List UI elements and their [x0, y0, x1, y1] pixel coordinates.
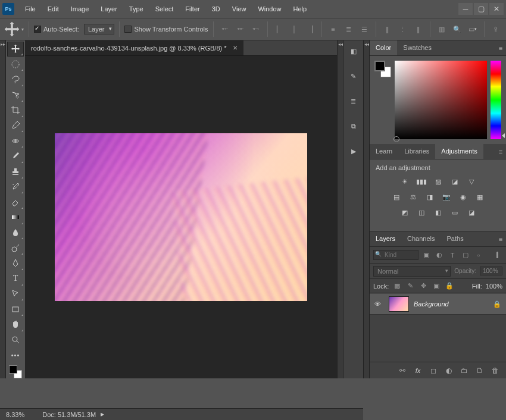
filter-smart-icon[interactable]: ▫ [473, 250, 484, 261]
align-hcenter-icon[interactable]: │ [288, 23, 301, 36]
distribute-left-icon[interactable]: ‖ [381, 23, 394, 36]
curves-icon[interactable]: ▨ [433, 176, 443, 187]
marquee-tool[interactable] [7, 57, 24, 72]
actions-panel-icon[interactable]: ▶ [348, 145, 360, 157]
distribute-top-icon[interactable]: ≡ [327, 23, 340, 36]
adjustment-layer-icon[interactable]: ◐ [444, 366, 454, 375]
tab-libraries[interactable]: Libraries [398, 144, 435, 159]
stamp-tool[interactable] [7, 164, 24, 179]
distribute-right-icon[interactable]: ‖ [412, 23, 425, 36]
color-swatches-tool[interactable] [9, 365, 22, 378]
panel-menu-icon[interactable]: ≡ [495, 40, 506, 55]
opacity-value[interactable]: 100% [480, 267, 502, 275]
panel-menu-icon[interactable]: ≡ [495, 144, 506, 159]
tab-swatches[interactable]: Swatches [397, 40, 438, 55]
group-icon[interactable]: 🗀 [460, 366, 469, 375]
history-brush-tool[interactable] [7, 180, 24, 195]
layer-filter-input[interactable] [373, 250, 418, 260]
exposure-icon[interactable]: ◪ [449, 176, 460, 187]
quick-select-tool[interactable] [7, 87, 24, 102]
search-icon[interactable]: 🔍 [451, 23, 464, 36]
threshold-icon[interactable]: ◧ [433, 207, 443, 218]
history-panel-icon[interactable]: ◧ [348, 45, 360, 57]
brush-settings-icon[interactable]: ≣ [348, 95, 360, 107]
color-panel-swatches[interactable] [374, 61, 391, 139]
gradient-tool[interactable] [7, 210, 24, 225]
share-icon[interactable]: ⇪ [489, 23, 502, 36]
menu-file[interactable]: File [19, 2, 42, 16]
zoom-tool[interactable] [7, 333, 24, 347]
posterize-icon[interactable]: ◫ [416, 207, 427, 218]
canvas-viewport[interactable] [25, 56, 337, 378]
hue-slider[interactable] [491, 61, 501, 139]
mid-dock-collapse[interactable]: ◂◂ [337, 40, 343, 378]
link-layers-icon[interactable]: ⚯ [398, 366, 407, 375]
path-select-tool[interactable] [7, 287, 24, 302]
filter-pixel-icon[interactable]: ▣ [421, 250, 432, 261]
lock-artboard-icon[interactable]: ▣ [432, 281, 441, 291]
zoom-level[interactable]: 8.33% [6, 411, 24, 418]
brush-panel-icon[interactable]: ✎ [348, 70, 360, 82]
rectangle-tool[interactable] [7, 302, 24, 316]
menu-layer[interactable]: Layer [95, 2, 123, 16]
menu-3d[interactable]: 3D [206, 2, 226, 16]
filter-type-icon[interactable]: T [447, 250, 458, 261]
black-white-icon[interactable]: ◨ [424, 192, 435, 202]
left-dock-collapse[interactable]: ▸▸ [0, 40, 6, 378]
align-top-icon[interactable]: ⬴ [218, 23, 232, 36]
fill-value[interactable]: 100% [486, 283, 502, 290]
align-vcenter-icon[interactable]: ⬵ [234, 23, 247, 36]
visibility-toggle-icon[interactable]: 👁 [374, 300, 384, 308]
filter-toggle-icon[interactable]: ⏽ [492, 250, 502, 261]
align-left-icon[interactable]: ▏ [273, 23, 286, 36]
panel-menu-icon[interactable]: ≡ [495, 231, 506, 246]
vibrance-icon[interactable]: ▽ [466, 176, 477, 187]
hue-slider-thumb[interactable] [502, 133, 505, 138]
lasso-tool[interactable] [7, 72, 24, 87]
menu-window[interactable]: Window [252, 2, 287, 16]
right-dock-collapse[interactable]: ◂◂ [363, 40, 369, 378]
show-transform-checkbox[interactable]: Show Transform Controls [124, 26, 208, 33]
color-balance-icon[interactable]: ⚖ [408, 192, 418, 202]
gradient-map-icon[interactable]: ▭ [449, 207, 460, 218]
selective-color-icon[interactable]: ◪ [466, 207, 477, 218]
heal-tool[interactable] [7, 133, 24, 148]
3d-mode-icon[interactable]: ▥ [435, 23, 448, 36]
tab-adjustments[interactable]: Adjustments [435, 144, 483, 159]
layer-style-icon[interactable]: fx [413, 366, 423, 375]
blur-tool[interactable] [7, 225, 24, 240]
doc-size[interactable]: Doc: 51.3M/51.3M [42, 411, 96, 418]
dodge-tool[interactable] [7, 240, 24, 255]
menu-edit[interactable]: Edit [42, 2, 65, 16]
layer-thumbnail[interactable] [389, 296, 409, 312]
brightness-contrast-icon[interactable]: ☀ [399, 176, 410, 187]
delete-layer-icon[interactable]: 🗑 [491, 366, 500, 375]
tab-learn[interactable]: Learn [370, 144, 398, 159]
channel-mixer-icon[interactable]: ◉ [458, 192, 468, 202]
menu-filter[interactable]: Filter [179, 2, 205, 16]
layer-lock-icon[interactable]: 🔒 [493, 300, 501, 308]
align-right-icon[interactable]: ▕ [304, 23, 317, 36]
menu-view[interactable]: View [226, 2, 252, 16]
move-tool[interactable] [7, 42, 24, 57]
foreground-color-swatch[interactable] [9, 365, 17, 374]
menu-type[interactable]: Type [123, 2, 149, 16]
blend-mode-select[interactable]: Normal [373, 266, 451, 277]
brush-tool[interactable] [7, 149, 24, 164]
close-tab-icon[interactable]: ✕ [233, 45, 238, 51]
color-field[interactable] [395, 61, 487, 139]
fg-color-swatch[interactable] [374, 61, 385, 71]
lock-position-icon[interactable]: ✥ [418, 281, 428, 291]
invert-icon[interactable]: ◩ [399, 207, 410, 218]
distribute-bottom-icon[interactable]: ☰ [358, 23, 371, 36]
filter-shape-icon[interactable]: ▢ [460, 250, 471, 261]
distribute-vcenter-icon[interactable]: ≣ [342, 23, 355, 36]
current-tool-icon[interactable]: ▾ [4, 21, 24, 37]
eyedropper-tool[interactable] [7, 118, 24, 133]
tab-channels[interactable]: Channels [401, 231, 441, 246]
window-close-button[interactable]: ✕ [489, 3, 504, 15]
menu-select[interactable]: Select [149, 2, 180, 16]
tab-color[interactable]: Color [370, 40, 397, 55]
window-maximize-button[interactable]: ▢ [474, 3, 488, 15]
auto-select-target-select[interactable]: Layer [84, 24, 115, 35]
